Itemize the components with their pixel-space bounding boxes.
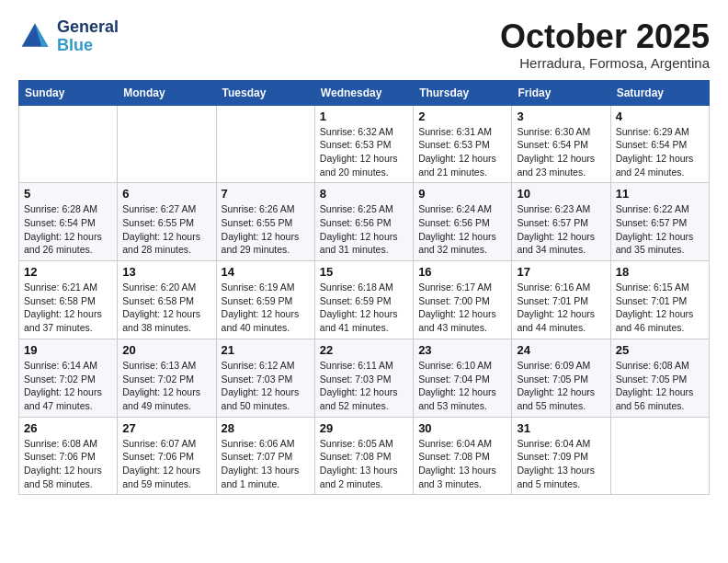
day-number: 29 bbox=[320, 421, 408, 435]
day-number: 4 bbox=[616, 109, 704, 123]
day-info: Sunrise: 6:14 AM Sunset: 7:02 PM Dayligh… bbox=[24, 359, 112, 413]
logo-line2: Blue bbox=[57, 37, 119, 55]
day-info: Sunrise: 6:15 AM Sunset: 7:01 PM Dayligh… bbox=[616, 281, 704, 335]
day-info: Sunrise: 6:28 AM Sunset: 6:54 PM Dayligh… bbox=[24, 202, 112, 257]
calendar-week-row: 12Sunrise: 6:21 AM Sunset: 6:58 PM Dayli… bbox=[19, 261, 710, 339]
weekday-header: Wednesday bbox=[314, 80, 413, 105]
day-info: Sunrise: 6:08 AM Sunset: 7:05 PM Dayligh… bbox=[616, 359, 704, 413]
day-number: 6 bbox=[122, 187, 210, 201]
page-header: General Blue October 2025 Herradura, For… bbox=[18, 18, 710, 71]
calendar-cell: 27Sunrise: 6:07 AM Sunset: 7:06 PM Dayli… bbox=[118, 417, 216, 495]
day-number: 10 bbox=[517, 187, 605, 201]
day-info: Sunrise: 6:26 AM Sunset: 6:55 PM Dayligh… bbox=[222, 202, 310, 257]
day-number: 31 bbox=[517, 421, 605, 435]
calendar-cell: 14Sunrise: 6:19 AM Sunset: 6:59 PM Dayli… bbox=[216, 261, 314, 339]
calendar-cell: 9Sunrise: 6:24 AM Sunset: 6:56 PM Daylig… bbox=[414, 183, 512, 261]
day-number: 20 bbox=[122, 343, 210, 357]
location-subtitle: Herradura, Formosa, Argentina bbox=[500, 55, 710, 71]
weekday-header: Sunday bbox=[19, 80, 118, 105]
calendar-header: SundayMondayTuesdayWednesdayThursdayFrid… bbox=[19, 80, 710, 105]
weekday-header: Friday bbox=[512, 80, 610, 105]
day-number: 12 bbox=[24, 265, 112, 279]
title-block: October 2025 Herradura, Formosa, Argenti… bbox=[500, 18, 710, 71]
day-info: Sunrise: 6:17 AM Sunset: 7:00 PM Dayligh… bbox=[418, 281, 506, 335]
day-info: Sunrise: 6:27 AM Sunset: 6:55 PM Dayligh… bbox=[122, 202, 210, 257]
calendar-cell: 4Sunrise: 6:29 AM Sunset: 6:54 PM Daylig… bbox=[610, 105, 709, 183]
calendar-cell: 24Sunrise: 6:09 AM Sunset: 7:05 PM Dayli… bbox=[512, 339, 610, 417]
calendar-cell: 17Sunrise: 6:16 AM Sunset: 7:01 PM Dayli… bbox=[512, 261, 610, 339]
calendar-week-row: 1Sunrise: 6:32 AM Sunset: 6:53 PM Daylig… bbox=[19, 105, 710, 183]
day-number: 24 bbox=[517, 343, 605, 357]
day-number: 14 bbox=[222, 265, 310, 279]
day-number: 1 bbox=[320, 109, 408, 123]
day-info: Sunrise: 6:23 AM Sunset: 6:57 PM Dayligh… bbox=[517, 202, 605, 257]
day-number: 2 bbox=[418, 109, 506, 123]
calendar-cell bbox=[19, 105, 118, 183]
calendar-cell: 19Sunrise: 6:14 AM Sunset: 7:02 PM Dayli… bbox=[19, 339, 118, 417]
day-info: Sunrise: 6:25 AM Sunset: 6:56 PM Dayligh… bbox=[320, 202, 408, 257]
day-number: 22 bbox=[320, 343, 408, 357]
calendar-cell: 5Sunrise: 6:28 AM Sunset: 6:54 PM Daylig… bbox=[19, 183, 118, 261]
calendar-cell: 1Sunrise: 6:32 AM Sunset: 6:53 PM Daylig… bbox=[314, 105, 413, 183]
day-number: 30 bbox=[418, 421, 506, 435]
calendar-cell: 2Sunrise: 6:31 AM Sunset: 6:53 PM Daylig… bbox=[414, 105, 512, 183]
day-number: 15 bbox=[320, 265, 408, 279]
day-number: 25 bbox=[616, 343, 704, 357]
calendar-cell: 31Sunrise: 6:04 AM Sunset: 7:09 PM Dayli… bbox=[512, 417, 610, 495]
day-info: Sunrise: 6:31 AM Sunset: 6:53 PM Dayligh… bbox=[418, 125, 506, 179]
day-info: Sunrise: 6:05 AM Sunset: 7:08 PM Dayligh… bbox=[320, 437, 408, 491]
day-number: 11 bbox=[616, 187, 704, 201]
calendar-cell: 20Sunrise: 6:13 AM Sunset: 7:02 PM Dayli… bbox=[118, 339, 216, 417]
day-info: Sunrise: 6:13 AM Sunset: 7:02 PM Dayligh… bbox=[122, 359, 210, 413]
calendar-table: SundayMondayTuesdayWednesdayThursdayFrid… bbox=[18, 80, 710, 496]
calendar-cell: 22Sunrise: 6:11 AM Sunset: 7:03 PM Dayli… bbox=[314, 339, 413, 417]
calendar-cell: 16Sunrise: 6:17 AM Sunset: 7:00 PM Dayli… bbox=[414, 261, 512, 339]
weekday-header: Thursday bbox=[414, 80, 512, 105]
day-info: Sunrise: 6:32 AM Sunset: 6:53 PM Dayligh… bbox=[320, 125, 408, 179]
logo-icon bbox=[18, 20, 51, 53]
calendar-cell: 23Sunrise: 6:10 AM Sunset: 7:04 PM Dayli… bbox=[414, 339, 512, 417]
weekday-header-row: SundayMondayTuesdayWednesdayThursdayFrid… bbox=[19, 80, 710, 105]
calendar-cell: 8Sunrise: 6:25 AM Sunset: 6:56 PM Daylig… bbox=[314, 183, 413, 261]
day-info: Sunrise: 6:19 AM Sunset: 6:59 PM Dayligh… bbox=[222, 281, 310, 335]
day-info: Sunrise: 6:24 AM Sunset: 6:56 PM Dayligh… bbox=[418, 202, 506, 257]
day-info: Sunrise: 6:09 AM Sunset: 7:05 PM Dayligh… bbox=[517, 359, 605, 413]
day-number: 13 bbox=[122, 265, 210, 279]
calendar-cell: 30Sunrise: 6:04 AM Sunset: 7:08 PM Dayli… bbox=[414, 417, 512, 495]
weekday-header: Saturday bbox=[610, 80, 709, 105]
day-number: 16 bbox=[418, 265, 506, 279]
logo: General Blue bbox=[18, 18, 119, 55]
weekday-header: Monday bbox=[118, 80, 216, 105]
calendar-cell: 3Sunrise: 6:30 AM Sunset: 6:54 PM Daylig… bbox=[512, 105, 610, 183]
calendar-week-row: 26Sunrise: 6:08 AM Sunset: 7:06 PM Dayli… bbox=[19, 417, 710, 495]
day-number: 7 bbox=[222, 187, 310, 201]
day-info: Sunrise: 6:08 AM Sunset: 7:06 PM Dayligh… bbox=[24, 437, 112, 491]
month-title: October 2025 bbox=[500, 18, 710, 55]
calendar-cell: 6Sunrise: 6:27 AM Sunset: 6:55 PM Daylig… bbox=[118, 183, 216, 261]
calendar-cell: 7Sunrise: 6:26 AM Sunset: 6:55 PM Daylig… bbox=[216, 183, 314, 261]
day-number: 17 bbox=[517, 265, 605, 279]
day-number: 3 bbox=[517, 109, 605, 123]
day-info: Sunrise: 6:21 AM Sunset: 6:58 PM Dayligh… bbox=[24, 281, 112, 335]
day-number: 27 bbox=[122, 421, 210, 435]
calendar-cell: 25Sunrise: 6:08 AM Sunset: 7:05 PM Dayli… bbox=[610, 339, 709, 417]
calendar-cell: 11Sunrise: 6:22 AM Sunset: 6:57 PM Dayli… bbox=[610, 183, 709, 261]
calendar-cell: 13Sunrise: 6:20 AM Sunset: 6:58 PM Dayli… bbox=[118, 261, 216, 339]
calendar-cell: 10Sunrise: 6:23 AM Sunset: 6:57 PM Dayli… bbox=[512, 183, 610, 261]
day-info: Sunrise: 6:22 AM Sunset: 6:57 PM Dayligh… bbox=[616, 202, 704, 257]
calendar-cell bbox=[118, 105, 216, 183]
day-number: 23 bbox=[418, 343, 506, 357]
calendar-cell: 28Sunrise: 6:06 AM Sunset: 7:07 PM Dayli… bbox=[216, 417, 314, 495]
calendar-cell: 29Sunrise: 6:05 AM Sunset: 7:08 PM Dayli… bbox=[314, 417, 413, 495]
day-info: Sunrise: 6:12 AM Sunset: 7:03 PM Dayligh… bbox=[222, 359, 310, 413]
day-number: 8 bbox=[320, 187, 408, 201]
day-number: 9 bbox=[418, 187, 506, 201]
day-number: 19 bbox=[24, 343, 112, 357]
day-number: 5 bbox=[24, 187, 112, 201]
calendar-cell bbox=[610, 417, 709, 495]
day-info: Sunrise: 6:29 AM Sunset: 6:54 PM Dayligh… bbox=[616, 125, 704, 179]
calendar-cell: 12Sunrise: 6:21 AM Sunset: 6:58 PM Dayli… bbox=[19, 261, 118, 339]
day-number: 26 bbox=[24, 421, 112, 435]
day-info: Sunrise: 6:06 AM Sunset: 7:07 PM Dayligh… bbox=[222, 437, 310, 491]
day-info: Sunrise: 6:16 AM Sunset: 7:01 PM Dayligh… bbox=[517, 281, 605, 335]
